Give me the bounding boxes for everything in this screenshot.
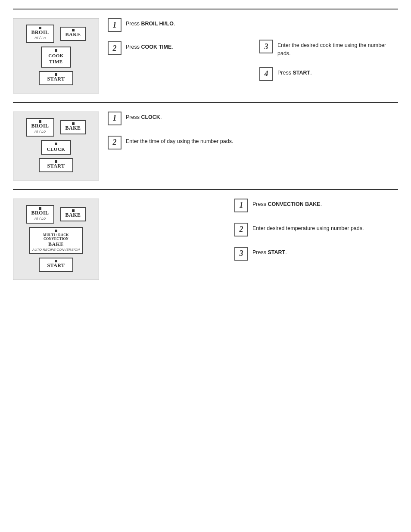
step-1-2: 2 Press COOK TIME. [108, 41, 246, 55]
step-3-3: 3 Press START. [234, 247, 398, 261]
step-1-1: 1 Press BROIL HI/LO. [108, 18, 246, 32]
step-number: 1 [108, 18, 121, 32]
step-1-3: 3 Enter the desired cook time using the … [259, 40, 398, 58]
bake-button-1[interactable]: Bake [60, 27, 86, 41]
step-1-4: 4 Press START. [259, 67, 398, 81]
page: Broil Hi / Lo Bake CookTime Start [0, 0, 411, 297]
step-2-1: 1 Press CLOCK. [108, 112, 323, 125]
convection-bake-button[interactable]: Multi / RackConvection Bake Auto Recipe … [29, 227, 83, 254]
step-number: 2 [234, 223, 248, 236]
bake-button-3[interactable]: Bake [60, 207, 86, 221]
steps-area-1: 1 Press BROIL HI/LO. 2 Press COOK TIME. … [108, 18, 398, 86]
step-number: 1 [108, 112, 121, 125]
step-text: Press BROIL HI/LO. [126, 18, 246, 28]
start-button-1[interactable]: Start [39, 71, 73, 85]
step-text: Enter the desired cook time using the nu… [277, 40, 398, 58]
oven-panel-3: Broil Hi / Lo Bake Multi / RackConvectio… [13, 199, 99, 280]
step-3-2: 2 Enter desired temperature using number… [234, 223, 398, 236]
step-text: Press CLOCK. [126, 112, 323, 121]
steps-area-3: 1 Press CONVECTION BAKE. 2 Enter desired… [108, 199, 398, 266]
oven-panel-2: Broil Hi / Lo Bake Clock Start [13, 112, 99, 180]
section-convection-bake: Broil Hi / Lo Bake Multi / RackConvectio… [13, 189, 398, 284]
oven-panel-1: Broil Hi / Lo Bake CookTime Start [13, 18, 99, 93]
step-text: Press START. [252, 247, 398, 257]
broil-button-1[interactable]: Broil Hi / Lo [26, 25, 54, 43]
step-number: 2 [108, 41, 121, 55]
step-text: Enter desired temperature using number p… [252, 223, 398, 233]
broil-button-2[interactable]: Broil Hi / Lo [26, 118, 54, 137]
step-2-2: 2 Enter the time of day using the number… [108, 136, 323, 149]
section-broil-cook-time: Broil Hi / Lo Bake CookTime Start [13, 9, 398, 98]
steps-area-2: 1 Press CLOCK. 2 Enter the time of day u… [108, 112, 398, 155]
section-clock: Broil Hi / Lo Bake Clock Start [13, 102, 398, 185]
start-button-2[interactable]: Start [39, 158, 73, 172]
start-button-3[interactable]: Start [39, 258, 73, 272]
step-number: 2 [108, 136, 121, 149]
step-text: Enter the time of day using the number p… [126, 136, 323, 146]
step-text: Press COOK TIME. [126, 41, 246, 51]
cook-time-button[interactable]: CookTime [41, 47, 71, 68]
step-number: 1 [234, 199, 248, 212]
bake-button-2[interactable]: Bake [60, 120, 86, 134]
step-number: 3 [259, 40, 273, 53]
clock-button[interactable]: Clock [41, 140, 71, 155]
step-number: 3 [234, 247, 248, 261]
broil-button-3[interactable]: Broil Hi / Lo [26, 205, 54, 224]
step-3-1: 1 Press CONVECTION BAKE. [234, 199, 398, 212]
step-number: 4 [259, 67, 273, 81]
step-text: Press CONVECTION BAKE. [252, 199, 398, 208]
step-text: Press START. [277, 67, 398, 77]
